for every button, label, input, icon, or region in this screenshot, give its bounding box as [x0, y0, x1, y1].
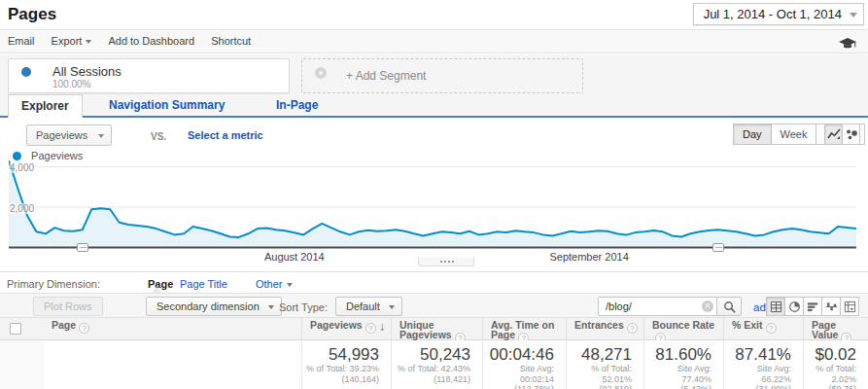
date-range-value: Jul 1, 2014 - Oct 1, 2014 — [704, 7, 842, 21]
annotation-bubble-icon[interactable] — [712, 243, 724, 252]
add-segment-label: + Add Segment — [346, 69, 426, 83]
table-view-icon[interactable] — [766, 297, 785, 316]
search-icon — [723, 301, 736, 313]
select-all-cell — [0, 318, 44, 340]
percentage-view-icon[interactable] — [784, 297, 804, 316]
pageviews-legend-dot-icon — [13, 152, 21, 160]
annotation-bubble-icon[interactable] — [77, 243, 88, 252]
totals-bounce-rate: 81.60% Site Avg: 77.40% (5.42%) — [643, 340, 723, 389]
chevron-down-icon — [86, 40, 91, 44]
table-search: × — [598, 297, 718, 316]
export-button[interactable]: Export — [52, 30, 92, 53]
segment-ring-icon — [21, 67, 31, 77]
totals-pageviews: 54,993 % of Total: 39.23% (140,164) — [301, 340, 391, 389]
primary-dimension-other[interactable]: Other — [256, 278, 293, 290]
pivot-view-icon[interactable] — [840, 297, 859, 316]
granularity-week-button[interactable]: Week — [771, 124, 817, 145]
motion-chart-icon[interactable] — [842, 124, 860, 145]
annotations-pull-tab[interactable] — [418, 257, 474, 266]
column-header-bounce-rate[interactable]: Bounce Rate? — [643, 318, 723, 340]
tab-explorer[interactable]: Explorer — [8, 94, 83, 118]
y-tick-label: 2,000 — [10, 203, 34, 214]
clear-search-icon[interactable]: × — [702, 301, 713, 312]
sort-type-label: Sort Type: — [279, 301, 328, 313]
add-to-dashboard-button[interactable]: Add to Dashboard — [108, 30, 194, 53]
table-header-row: Page? ↓Pageviews? Unique Pageviews? Avg.… — [0, 318, 868, 340]
column-header-unique-pageviews[interactable]: Unique Pageviews? — [391, 318, 482, 340]
google-analytics-pages-report: Pages Jul 1, 2014 - Oct 1, 2014 Email Ex… — [0, 0, 868, 389]
page-title: Pages — [8, 5, 56, 24]
column-header-page[interactable]: Page? — [44, 318, 301, 340]
totals-percent-exit: 87.41% Site Avg: 66.22% (31.99%) — [723, 340, 803, 389]
granularity-day-button[interactable]: Day — [733, 124, 772, 145]
x-axis-month-label: August 2014 — [264, 251, 325, 263]
tab-in-page[interactable]: In-Page — [276, 98, 318, 112]
chart-type-toggle — [825, 124, 860, 145]
comparison-view-icon[interactable] — [821, 297, 841, 316]
metric-selected-value: Pageviews — [36, 129, 87, 141]
plot-rows-button[interactable]: Plot Rows — [33, 297, 103, 316]
segment-label: All Sessions — [52, 64, 122, 79]
column-header-avg-time-on-page[interactable]: Avg. Time on Page? — [482, 318, 566, 340]
add-segment-button[interactable]: + Add Segment — [301, 58, 583, 93]
report-action-bar: Email Export Add to Dashboard Shortcut — [0, 29, 868, 53]
email-button[interactable]: Email — [8, 30, 35, 53]
chevron-down-icon — [850, 13, 857, 18]
search-button[interactable] — [716, 297, 742, 316]
primary-dimension-bar: Primary Dimension: Page Page Title Other — [0, 272, 868, 293]
metric-select-dropdown[interactable]: Pageviews — [26, 124, 112, 146]
table-totals-row: 54,993 % of Total: 39.23% (140,164) 50,2… — [0, 340, 868, 389]
x-axis-month-label: September 2014 — [549, 251, 628, 263]
performance-view-icon[interactable] — [803, 297, 822, 316]
help-icon[interactable]: ? — [365, 323, 376, 334]
help-icon[interactable]: ? — [79, 323, 89, 334]
table-toolbar: Plot Rows Secondary dimension Sort Type:… — [0, 293, 868, 318]
column-header-pageviews[interactable]: ↓Pageviews? — [301, 318, 391, 340]
totals-page-cell — [44, 340, 301, 389]
y-tick-label: 4,000 — [10, 162, 34, 173]
primary-dimension-page-title[interactable]: Page Title — [180, 278, 227, 290]
shortcut-button[interactable]: Shortcut — [211, 30, 251, 53]
segment-percent: 100.00% — [52, 79, 90, 89]
sort-desc-icon[interactable]: ↓ — [379, 322, 385, 332]
totals-entrances: 48,271 % of Total: 52.01% (92,819) — [566, 340, 643, 389]
chevron-down-icon — [389, 305, 395, 309]
select-all-checkbox[interactable] — [10, 323, 21, 335]
tab-navigation-summary[interactable]: Navigation Summary — [109, 98, 225, 112]
totals-checkbox-cell — [0, 340, 44, 389]
pageviews-chart[interactable]: 2,0004,000 August 2014September 2014 — [9, 160, 856, 248]
help-icon[interactable]: ? — [627, 323, 638, 334]
table-search-input[interactable] — [598, 297, 718, 316]
chevron-down-icon — [287, 283, 293, 287]
pageviews-area-svg[interactable] — [9, 160, 856, 249]
totals-avg-time-on-page: 00:04:46 Site Avg: 00:02:14 (112.78%) — [482, 340, 566, 389]
secondary-dimension-dropdown[interactable]: Secondary dimension — [146, 297, 282, 316]
view-toggle-group — [767, 297, 859, 316]
segment-ring-icon — [315, 67, 327, 79]
sort-type-dropdown[interactable]: Default — [335, 297, 402, 316]
chevron-down-icon — [98, 134, 104, 138]
column-header-percent-exit[interactable]: % Exit? — [723, 318, 803, 340]
date-range-selector[interactable]: Jul 1, 2014 - Oct 1, 2014 — [693, 3, 864, 25]
vs-label: VS. — [151, 131, 166, 142]
chart-canvas[interactable] — [9, 160, 856, 251]
chevron-down-icon — [268, 305, 274, 309]
totals-unique-pageviews: 50,243 % of Total: 42.43% (118,421) — [391, 340, 482, 389]
select-a-metric-link[interactable]: Select a metric — [188, 129, 263, 141]
primary-dimension-label: Primary Dimension: — [7, 278, 100, 290]
line-chart-icon[interactable] — [824, 124, 843, 145]
column-header-page-value[interactable]: Page Value? — [803, 318, 868, 340]
segment-all-sessions[interactable]: All Sessions 100.00% — [8, 58, 290, 93]
help-icon[interactable]: ? — [766, 323, 777, 334]
totals-page-value: $0.02 % of Total: 2.02% ($0.76) — [803, 340, 868, 389]
column-header-entrances[interactable]: Entrances? — [566, 318, 643, 340]
